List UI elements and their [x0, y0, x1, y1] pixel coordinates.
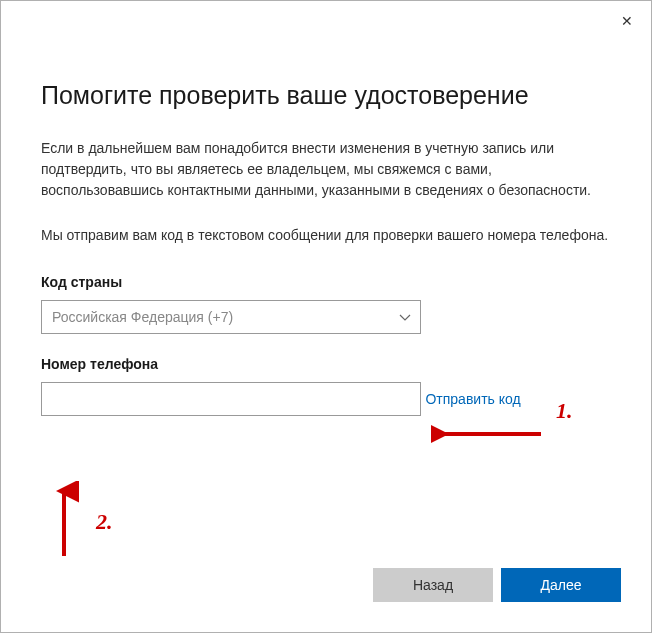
next-button[interactable]: Далее: [501, 568, 621, 602]
phone-label: Номер телефона: [41, 356, 611, 372]
button-bar: Назад Далее: [373, 568, 621, 602]
back-button[interactable]: Назад: [373, 568, 493, 602]
country-code-value: Российская Федерация (+7): [41, 300, 421, 334]
annotation-arrow-2: [49, 481, 79, 561]
close-icon: ✕: [621, 13, 633, 29]
description-text: Если в дальнейшем вам понадобится внести…: [41, 138, 611, 201]
country-code-select[interactable]: Российская Федерация (+7): [41, 300, 421, 334]
dialog-content: Помогите проверить ваше удостоверение Ес…: [1, 1, 651, 474]
close-button[interactable]: ✕: [615, 9, 639, 33]
send-code-link[interactable]: Отправить код: [425, 391, 520, 407]
phone-input[interactable]: [41, 382, 421, 416]
page-title: Помогите проверить ваше удостоверение: [41, 81, 611, 110]
annotation-arrow-1: [431, 419, 551, 449]
annotation-label-2: 2.: [96, 509, 113, 535]
country-code-label: Код страны: [41, 274, 611, 290]
sub-description-text: Мы отправим вам код в текстовом сообщени…: [41, 225, 611, 246]
